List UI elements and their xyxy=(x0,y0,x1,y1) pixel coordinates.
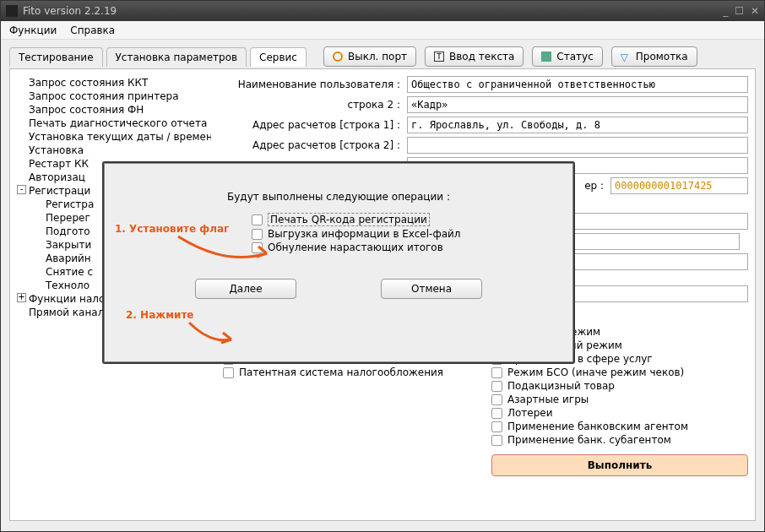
menubar: Функции Справка xyxy=(1,21,764,40)
line2-label: строка 2 : xyxy=(223,99,400,111)
mode-checkbox: Режим БСО (иначе режим чеков) xyxy=(491,366,748,378)
menu-functions[interactable]: Функции xyxy=(9,24,57,36)
tree-item[interactable]: Печать диагностического отчета xyxy=(17,117,211,130)
tree-item[interactable]: Запрос состояния принтера xyxy=(17,90,211,103)
power-icon xyxy=(333,52,343,62)
addr2-field[interactable] xyxy=(407,137,748,154)
reset-totals-checkbox: Обнуление нарастающих итогов xyxy=(252,242,561,253)
tab-testing[interactable]: Тестирование xyxy=(9,47,103,67)
titlebar: Fito version 2.2.19 _ ☐ ✕ xyxy=(1,1,764,21)
addr2-label: Адрес расчетов [строка 2] : xyxy=(223,139,400,151)
tree-item[interactable]: Установка xyxy=(17,144,211,157)
tree-item[interactable]: Запрос состояния ФН xyxy=(17,103,211,117)
mode-checkbox: Применение банковским агентом xyxy=(491,421,748,432)
tree-item[interactable]: Установка текущих даты / времени xyxy=(17,130,211,144)
mode-checkbox: Азартные игры xyxy=(491,394,748,405)
qr-print-checkbox: Печать QR-кода регистрации xyxy=(252,213,561,226)
status-button[interactable]: Статус xyxy=(532,46,602,67)
mode-checkbox: Применение банк. субагентом xyxy=(491,434,748,446)
mode-checkbox: Лотереи xyxy=(491,407,748,419)
excel-export-checkbox: Выгрузка информации в Excel-файл xyxy=(252,228,561,240)
window-title: Fito version 2.2.19 xyxy=(23,5,723,17)
cancel-button[interactable]: Отмена xyxy=(381,279,482,299)
close-icon[interactable]: ✕ xyxy=(751,5,759,17)
maximize-icon[interactable]: ☐ xyxy=(735,5,744,17)
addr1-field[interactable] xyxy=(407,117,748,133)
execute-button[interactable]: Выполнить xyxy=(491,454,748,476)
off-port-button[interactable]: Выкл. порт xyxy=(323,46,416,67)
user-field[interactable] xyxy=(407,76,748,93)
app-icon xyxy=(6,5,18,17)
tax-checkbox: Патентная система налогообложения xyxy=(223,366,480,378)
collapse-icon[interactable]: - xyxy=(17,185,26,194)
tab-service[interactable]: Сервис xyxy=(250,47,307,67)
operations-dialog: Будут выполнены следующие операции : Печ… xyxy=(104,163,573,362)
app-window: Fito version 2.2.19 _ ☐ ✕ Функции Справк… xyxy=(0,0,765,532)
user-label: Наименование пользователя : xyxy=(223,79,400,90)
line2-field[interactable] xyxy=(407,96,748,113)
mode-checkbox: Подакцизный товар xyxy=(491,380,748,392)
serial-field[interactable] xyxy=(610,177,748,194)
dialog-prompt: Будут выполнены следующие операции : xyxy=(117,191,561,203)
next-button[interactable]: Далее xyxy=(195,279,296,299)
tree-item[interactable]: Запрос состояния ККТ xyxy=(17,76,211,90)
minimize-icon[interactable]: _ xyxy=(723,5,728,17)
expand-icon[interactable]: + xyxy=(17,293,26,302)
addr1-label: Адрес расчетов [строка 1] : xyxy=(223,119,400,131)
menu-help[interactable]: Справка xyxy=(70,24,115,36)
tab-params[interactable]: Установка параметров xyxy=(106,47,247,67)
scroll-button[interactable]: ▽Промотка xyxy=(611,46,697,67)
text-input-button[interactable]: TВвод текста xyxy=(425,46,524,67)
status-icon xyxy=(541,52,551,62)
scroll-icon: ▽ xyxy=(621,52,631,62)
text-icon: T xyxy=(434,52,444,62)
